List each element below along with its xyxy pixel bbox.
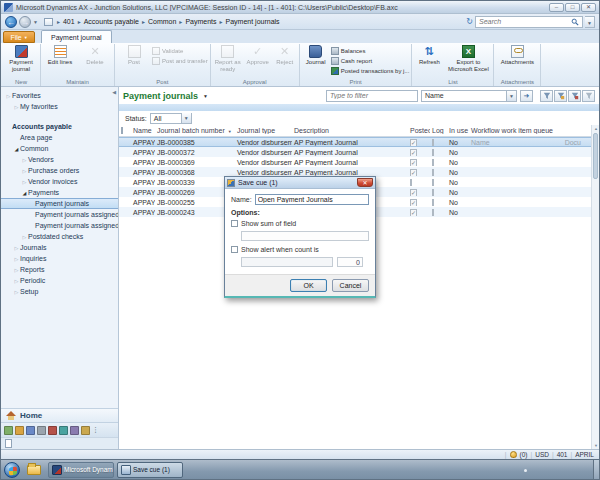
explorer-taskbar-button[interactable] (23, 462, 45, 478)
sidebar-item-vendor-invoices[interactable]: ▷Vendor invoices (1, 176, 118, 187)
table-row[interactable]: APPAY JB-0000385 Vendor disbursement AP … (119, 137, 591, 147)
vertical-scrollbar[interactable]: ▲ ▼ (591, 125, 599, 449)
column-header-in-use[interactable]: In use (447, 127, 469, 134)
sort-dropdown-icon[interactable]: ▼ (228, 129, 232, 134)
module-icon[interactable] (26, 426, 35, 435)
refresh-button[interactable]: ⇅ Refresh (414, 44, 444, 66)
search-scope-dropdown[interactable]: ▼ (585, 16, 595, 28)
cash-report-button[interactable]: Cash report (331, 56, 410, 65)
chevron-right-icon[interactable]: ▷ (13, 278, 20, 284)
sidebar-item-inquiries[interactable]: ▷Inquiries (1, 253, 118, 264)
notifications-icon[interactable] (510, 451, 517, 458)
show-alert-checkbox[interactable] (231, 246, 238, 253)
taskbar-window-dynamics[interactable]: Microsoft Dynami... (48, 462, 114, 478)
column-header-type[interactable]: Journal type (235, 127, 292, 134)
breadcrumb-item-payments[interactable]: Payments (185, 18, 216, 25)
sidebar-item-common[interactable]: ◢Common (1, 143, 118, 154)
module-icon[interactable] (48, 426, 57, 435)
breadcrumb-item-page[interactable]: Payment journals (226, 18, 280, 25)
module-icon[interactable] (4, 426, 13, 435)
breadcrumb-item-module[interactable]: Accounts payable (84, 18, 139, 25)
chevron-right-icon[interactable]: ▷ (13, 104, 20, 110)
module-icon[interactable] (15, 426, 24, 435)
page-title-dropdown-icon[interactable]: ▼ (203, 93, 208, 99)
search-input[interactable] (479, 18, 571, 25)
chevron-right-icon[interactable]: ▷ (13, 289, 20, 295)
sidebar-item-my-favorites[interactable]: ▷My favorites (1, 101, 118, 112)
column-header-log[interactable]: Log (430, 127, 447, 134)
filter-by-grid-icon[interactable] (554, 90, 567, 102)
column-header-name[interactable]: Name (131, 127, 155, 134)
dialog-close-button[interactable]: ✕ (357, 178, 373, 187)
chevron-right-icon[interactable]: ▷ (5, 93, 12, 99)
module-icon[interactable] (70, 426, 79, 435)
restore-button[interactable]: □ (565, 3, 580, 12)
refresh-address-icon[interactable]: ↻ (466, 17, 473, 26)
chevron-right-icon[interactable]: ▷ (13, 256, 20, 262)
sidebar-item-periodic[interactable]: ▷Periodic (1, 275, 118, 286)
ok-button[interactable]: OK (290, 279, 327, 292)
file-button[interactable]: File▼ (3, 31, 35, 43)
more-modules-icon[interactable]: ⋮ (92, 426, 98, 434)
cue-name-input[interactable] (255, 194, 369, 205)
tab-payment-journal[interactable]: Payment journal (41, 30, 112, 43)
table-row[interactable]: APPAY JB-0000369 Vendor disbursement AP … (119, 157, 591, 167)
sidebar-item-favorites[interactable]: ▷Favorites (1, 90, 118, 101)
address-grid-icon[interactable] (44, 18, 53, 26)
export-to-excel-button[interactable]: X Export to Microsoft Excel (445, 44, 491, 72)
scroll-down-icon[interactable]: ▼ (592, 443, 600, 448)
table-row[interactable]: APPAY JB-0000372 Vendor disbursement AP … (119, 147, 591, 157)
sidebar-item-accounts-payable[interactable]: Accounts payable (1, 121, 118, 132)
alert-count-input[interactable] (337, 257, 363, 267)
sum-field-input[interactable] (241, 231, 369, 241)
minimize-button[interactable]: – (549, 3, 564, 12)
taskbar-window-save-cue[interactable]: Save cue (1) (117, 462, 183, 478)
collapse-pane-icon[interactable]: ◀ (112, 89, 116, 95)
filter-funnel-icon[interactable] (540, 90, 553, 102)
sidebar-item-payment-journals-assigned-me[interactable]: Payment journals assigned to me (1, 209, 118, 220)
attachments-button[interactable]: Attachments (496, 44, 538, 66)
column-header-batch[interactable]: Journal batch number▼ (155, 127, 235, 134)
document-icon[interactable] (5, 439, 12, 448)
alert-condition-combo[interactable] (241, 257, 333, 267)
show-desktop-button[interactable] (593, 460, 599, 479)
chevron-right-icon[interactable]: ▷ (21, 168, 28, 174)
show-sum-checkbox[interactable] (231, 220, 238, 227)
breadcrumb-item-company[interactable]: 401 (63, 18, 75, 25)
sidebar-item-setup[interactable]: ▷Setup (1, 286, 118, 297)
sidebar-item-payments[interactable]: ◢Payments (1, 187, 118, 198)
company-indicator[interactable]: 401 (557, 451, 568, 458)
chevron-right-icon[interactable]: ▷ (13, 267, 20, 273)
module-icon[interactable] (81, 426, 90, 435)
chevron-down-icon[interactable]: ◢ (21, 190, 28, 196)
chevron-down-icon[interactable]: ◢ (13, 146, 20, 152)
sidebar-item-vendors[interactable]: ▷Vendors (1, 154, 118, 165)
status-filter-combo[interactable]: All ▼ (150, 113, 192, 124)
posted-transactions-button[interactable]: Posted transactions by j... (331, 66, 410, 75)
breadcrumb-item-common[interactable]: Common (148, 18, 176, 25)
select-all-checkbox[interactable] (121, 127, 123, 134)
module-icon[interactable] (37, 426, 46, 435)
new-payment-journal-button[interactable]: Payment journal (4, 44, 38, 72)
history-dropdown-icon[interactable]: ▼ (33, 19, 38, 25)
scroll-up-icon[interactable]: ▲ (592, 126, 600, 131)
forward-button[interactable]: → (19, 16, 31, 28)
edit-lines-button[interactable]: Edit lines (43, 44, 77, 66)
column-header-workflow[interactable]: Workflow work item queue (469, 127, 591, 134)
chevron-right-icon[interactable]: ▷ (21, 157, 28, 163)
sidebar-item-postdated-checks[interactable]: ▷Postdated checks (1, 231, 118, 242)
scrollbar-thumb[interactable] (593, 133, 598, 179)
close-button[interactable]: ✕ (581, 3, 596, 12)
cancel-button[interactable]: Cancel (332, 279, 369, 292)
chevron-right-icon[interactable]: ▷ (21, 179, 28, 185)
module-icon[interactable] (59, 426, 68, 435)
home-button[interactable]: Home (1, 408, 118, 422)
apply-filter-button[interactable]: ➜ (520, 90, 533, 102)
start-button[interactable] (4, 462, 20, 478)
sidebar-item-payment-journals[interactable]: Payment journals (1, 198, 118, 209)
search-box[interactable] (475, 16, 583, 28)
sidebar-item-area-page[interactable]: Area page (1, 132, 118, 143)
chevron-right-icon[interactable]: ▷ (21, 234, 28, 240)
advanced-filter-icon[interactable] (568, 90, 581, 102)
column-header-description[interactable]: Description (292, 127, 408, 134)
